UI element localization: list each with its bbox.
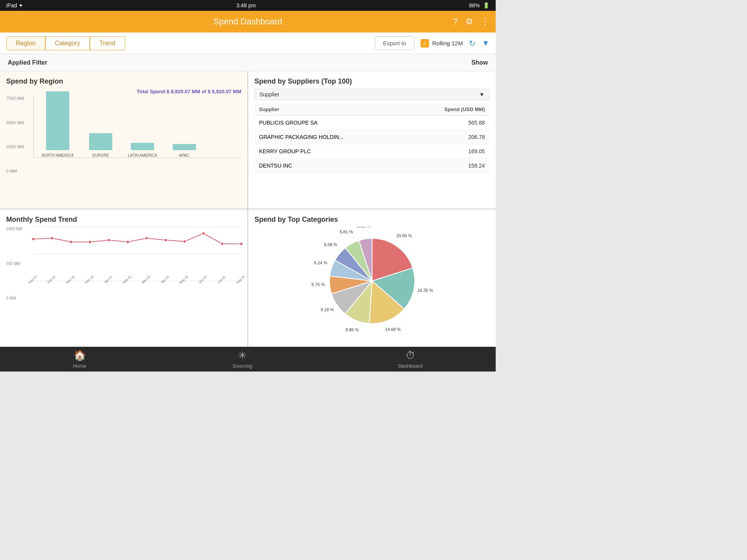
svg-text:Aug-15: Aug-15 [235, 275, 246, 284]
table-row: DENTSU INC158.24 [254, 159, 489, 173]
tab-region[interactable]: Region [6, 36, 45, 50]
status-bar: iPad ✦ 3:48 pm 88% 🔋 [0, 0, 496, 11]
bar-latin-america-rect [131, 143, 154, 150]
svg-text:Dec-14: Dec-14 [84, 275, 94, 284]
trend-polyline [33, 233, 241, 244]
nav-sourcing-label: Sourcing [232, 363, 252, 369]
filter-label: Applied Filter [8, 59, 47, 66]
supplier-name: PUBLICIS GROUPE SA [254, 116, 408, 130]
rolling-checkbox[interactable]: ✓ [421, 39, 429, 48]
svg-text:Mar-15: Mar-15 [141, 275, 151, 284]
svg-point-4 [51, 237, 54, 240]
export-button[interactable]: Export to [375, 36, 414, 50]
show-link[interactable]: Show [471, 59, 488, 66]
trend-line-chart: Sep-14Oct-14Nov-14Dec-14Jan-15Feb-15Mar-… [33, 227, 241, 281]
suppliers-card-title: Spend by Suppliers (Top 100) [254, 77, 489, 86]
help-icon[interactable]: ? [453, 17, 458, 27]
battery-label: 88% [469, 2, 480, 9]
svg-point-8 [126, 241, 129, 243]
bar-apac-rect [173, 144, 196, 150]
svg-text:9.18 %: 9.18 % [320, 307, 333, 312]
tab-bar: Region Category Trend Export to ✓ Rollin… [0, 33, 496, 54]
bar-north-america-rect [46, 91, 69, 150]
supplier-table: Supplier Spend (USD MM) PUBLICIS GROUPE … [254, 103, 489, 173]
svg-point-10 [164, 239, 167, 241]
svg-text:6.75 %: 6.75 % [311, 282, 325, 287]
table-row: GRAPHIC PACKAGING HOLDIN...206.78 [254, 130, 489, 144]
bar-north-america: NORTH AMERICA [41, 91, 74, 158]
svg-text:Apr-15: Apr-15 [160, 275, 170, 284]
svg-text:9.86 %: 9.86 % [345, 327, 359, 332]
svg-text:16.35 %: 16.35 % [417, 288, 433, 293]
tab-category[interactable]: Category [45, 36, 90, 50]
svg-point-7 [107, 239, 110, 241]
rolling-label: Rolling 12M [432, 40, 463, 46]
svg-point-6 [89, 241, 92, 243]
table-row: KERRY GROUP PLC169.05 [254, 144, 489, 159]
svg-text:Jun-15: Jun-15 [198, 275, 208, 284]
trend-dots [32, 232, 243, 245]
battery-icon: 🔋 [483, 2, 489, 9]
trend-x-labels: Sep-14Oct-14Nov-14Dec-14Jan-15Feb-15Mar-… [27, 275, 246, 284]
table-header-row: Supplier Spend (USD MM) [254, 103, 489, 116]
main-content: Spend by Region Total Spend $ 8,920.07 M… [0, 71, 496, 347]
supplier-value: 158.24 [408, 159, 489, 173]
home-icon: 🏠 [74, 349, 86, 361]
supplier-name: GRAPHIC PACKAGING HOLDIN... [254, 130, 408, 144]
bar-chart-inner: NORTH AMERICA EUROPE LATIN AMERICA APAC [33, 96, 241, 158]
settings-icon[interactable]: ⚙ [465, 17, 473, 27]
refresh-icon[interactable]: ↻ [469, 39, 476, 48]
svg-text:5.00 %: 5.00 % [357, 227, 370, 228]
tab-trend[interactable]: Trend [90, 36, 125, 50]
svg-text:Jul-15: Jul-15 [217, 276, 227, 284]
monthly-trend-card: Monthly Spend Trend 0 MM 500 MM 1000 MM … [0, 209, 247, 347]
status-time: 3:48 pm [236, 2, 256, 9]
svg-text:May-15: May-15 [179, 275, 189, 284]
svg-text:Sep-14: Sep-14 [27, 275, 38, 284]
bar-apac: APAC [173, 144, 196, 158]
supplier-value: 169.05 [408, 144, 489, 159]
nav-home-label: Home [73, 363, 86, 369]
nav-home[interactable]: 🏠 Home [73, 349, 86, 369]
supplier-dropdown[interactable]: Supplier ▼ [254, 89, 489, 100]
svg-point-3 [32, 238, 35, 240]
supplier-dropdown-label: Supplier [259, 91, 279, 98]
svg-point-5 [70, 241, 73, 243]
categories-card-title: Spend by Top Categories [254, 216, 489, 224]
sourcing-icon: ✳ [238, 349, 247, 361]
y-axis: 0 MM 2500 MM 5000 MM 7500 MM [6, 96, 24, 173]
spend-by-region-card: Spend by Region Total Spend $ 8,920.07 M… [0, 71, 247, 209]
app-header: Spend Dashboard ? ⚙ ⋮ [0, 11, 496, 33]
supplier-value: 565.88 [408, 116, 489, 130]
svg-point-13 [221, 243, 224, 245]
bottom-nav: 🏠 Home ✳ Sourcing ⏱ Dashboard [0, 347, 496, 372]
region-card-title: Spend by Region [6, 77, 241, 86]
header-icons: ? ⚙ ⋮ [453, 17, 489, 27]
svg-text:6.24 %: 6.24 % [314, 260, 327, 265]
svg-point-9 [145, 237, 148, 240]
toolbar-right: Export to ✓ Rolling 12M ↻ ▼ [375, 36, 489, 50]
more-icon[interactable]: ⋮ [481, 17, 489, 27]
filter-icon[interactable]: ▼ [482, 39, 489, 48]
svg-point-14 [240, 243, 243, 245]
spend-by-suppliers-card: Spend by Suppliers (Top 100) Supplier ▼ … [248, 71, 496, 209]
bar-chart: 0 MM 2500 MM 5000 MM 7500 MM NORTH AMERI… [6, 96, 241, 173]
supplier-value: 206.78 [408, 130, 489, 144]
svg-text:Nov-14: Nov-14 [65, 275, 76, 284]
svg-text:6.08 %: 6.08 % [324, 242, 337, 247]
filter-bar: Applied Filter Show [0, 54, 496, 71]
spend-by-categories-card: Spend by Top Categories 20.06 %16.35 %14… [248, 209, 496, 347]
svg-text:Oct-14: Oct-14 [47, 275, 57, 284]
pie-chart: 20.06 %16.35 %14.68 %9.86 %9.18 %6.75 %6… [295, 227, 450, 335]
dashboard-icon: ⏱ [405, 349, 416, 361]
supplier-name: DENTSU INC [254, 159, 408, 173]
status-right: 88% 🔋 [469, 2, 489, 9]
trend-card-title: Monthly Spend Trend [6, 216, 241, 224]
status-left: iPad ✦ [6, 2, 23, 9]
svg-text:5.81 %: 5.81 % [340, 229, 353, 234]
bar-europe-rect [89, 133, 112, 150]
nav-dashboard[interactable]: ⏱ Dashboard [398, 349, 423, 369]
dropdown-arrow-icon: ▼ [479, 91, 484, 98]
svg-text:20.06 %: 20.06 % [396, 233, 412, 238]
nav-sourcing[interactable]: ✳ Sourcing [232, 349, 252, 369]
